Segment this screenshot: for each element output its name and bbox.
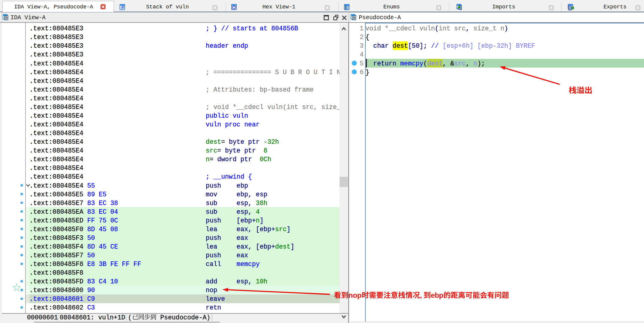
- svg-text:,: ,: [420, 291, 422, 299]
- svg-text:ebp: ebp: [431, 291, 443, 299]
- svg-text:nop: nop: [349, 291, 362, 299]
